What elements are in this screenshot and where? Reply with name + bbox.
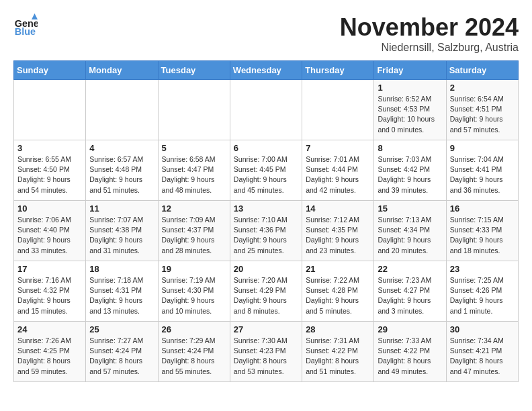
day-number: 3 [17, 143, 82, 153]
day-number: 17 [17, 264, 82, 274]
day-info: Sunrise: 7:25 AM Sunset: 4:26 PM Dayligh… [450, 275, 515, 316]
day-cell: 4Sunrise: 6:57 AM Sunset: 4:48 PM Daylig… [86, 140, 158, 201]
day-cell: 6Sunrise: 7:00 AM Sunset: 4:45 PM Daylig… [230, 140, 302, 201]
location-subtitle: Niedernsill, Salzburg, Austria [340, 42, 519, 54]
month-title: November 2024 [340, 13, 519, 42]
day-info: Sunrise: 7:15 AM Sunset: 4:33 PM Dayligh… [450, 215, 515, 256]
day-info: Sunrise: 7:04 AM Sunset: 4:41 PM Dayligh… [450, 154, 515, 195]
day-cell: 25Sunrise: 7:27 AM Sunset: 4:24 PM Dayli… [86, 322, 158, 382]
day-cell: 16Sunrise: 7:15 AM Sunset: 4:33 PM Dayli… [446, 201, 518, 261]
calendar-header-row: SundayMondayTuesdayWednesdayThursdayFrid… [14, 61, 519, 80]
page-header: General Blue November 2024 Niedernsill, … [13, 13, 519, 54]
day-info: Sunrise: 7:31 AM Sunset: 4:22 PM Dayligh… [306, 336, 370, 377]
day-number: 30 [450, 324, 515, 334]
header-saturday: Saturday [446, 61, 518, 80]
day-info: Sunrise: 7:09 AM Sunset: 4:37 PM Dayligh… [162, 215, 226, 256]
day-info: Sunrise: 7:07 AM Sunset: 4:38 PM Dayligh… [89, 215, 154, 256]
day-cell: 19Sunrise: 7:19 AM Sunset: 4:30 PM Dayli… [158, 261, 230, 322]
day-info: Sunrise: 7:06 AM Sunset: 4:40 PM Dayligh… [17, 215, 82, 256]
day-info: Sunrise: 6:55 AM Sunset: 4:50 PM Dayligh… [17, 154, 82, 195]
week-row-5: 24Sunrise: 7:26 AM Sunset: 4:25 PM Dayli… [14, 322, 519, 382]
header-monday: Monday [86, 61, 158, 80]
day-number: 10 [17, 203, 82, 214]
header-thursday: Thursday [302, 61, 374, 80]
day-cell: 1Sunrise: 6:52 AM Sunset: 4:53 PM Daylig… [374, 80, 446, 140]
day-number: 6 [234, 143, 298, 153]
day-info: Sunrise: 7:00 AM Sunset: 4:45 PM Dayligh… [234, 154, 298, 195]
day-cell: 3Sunrise: 6:55 AM Sunset: 4:50 PM Daylig… [14, 140, 86, 201]
day-cell [86, 80, 158, 140]
header-sunday: Sunday [14, 61, 86, 80]
header-friday: Friday [374, 61, 446, 80]
day-info: Sunrise: 7:10 AM Sunset: 4:36 PM Dayligh… [234, 215, 298, 256]
day-cell: 13Sunrise: 7:10 AM Sunset: 4:36 PM Dayli… [230, 201, 302, 261]
day-info: Sunrise: 7:34 AM Sunset: 4:21 PM Dayligh… [450, 336, 515, 377]
day-cell: 11Sunrise: 7:07 AM Sunset: 4:38 PM Dayli… [86, 201, 158, 261]
day-cell [302, 80, 374, 140]
svg-text:Blue: Blue [15, 26, 36, 37]
day-cell: 17Sunrise: 7:16 AM Sunset: 4:32 PM Dayli… [14, 261, 86, 322]
day-info: Sunrise: 6:54 AM Sunset: 4:51 PM Dayligh… [450, 94, 515, 135]
day-cell: 20Sunrise: 7:20 AM Sunset: 4:29 PM Dayli… [230, 261, 302, 322]
day-info: Sunrise: 7:23 AM Sunset: 4:27 PM Dayligh… [378, 275, 442, 316]
day-info: Sunrise: 7:01 AM Sunset: 4:44 PM Dayligh… [306, 154, 370, 195]
day-cell [230, 80, 302, 140]
day-number: 7 [306, 143, 370, 153]
day-number: 27 [234, 324, 298, 334]
day-number: 1 [378, 83, 442, 93]
day-cell: 9Sunrise: 7:04 AM Sunset: 4:41 PM Daylig… [446, 140, 518, 201]
day-info: Sunrise: 6:52 AM Sunset: 4:53 PM Dayligh… [378, 94, 442, 135]
logo: General Blue [13, 13, 38, 38]
day-cell: 14Sunrise: 7:12 AM Sunset: 4:35 PM Dayli… [302, 201, 374, 261]
day-info: Sunrise: 7:12 AM Sunset: 4:35 PM Dayligh… [306, 215, 370, 256]
day-cell: 8Sunrise: 7:03 AM Sunset: 4:42 PM Daylig… [374, 140, 446, 201]
week-row-4: 17Sunrise: 7:16 AM Sunset: 4:32 PM Dayli… [14, 261, 519, 322]
day-number: 4 [89, 143, 154, 153]
day-number: 5 [162, 143, 226, 153]
day-info: Sunrise: 7:27 AM Sunset: 4:24 PM Dayligh… [89, 336, 154, 377]
day-number: 29 [378, 324, 442, 334]
day-cell: 28Sunrise: 7:31 AM Sunset: 4:22 PM Dayli… [302, 322, 374, 382]
day-info: Sunrise: 7:26 AM Sunset: 4:25 PM Dayligh… [17, 336, 82, 377]
day-number: 9 [450, 143, 515, 153]
day-number: 16 [450, 203, 515, 214]
day-info: Sunrise: 6:57 AM Sunset: 4:48 PM Dayligh… [89, 154, 154, 195]
day-cell: 15Sunrise: 7:13 AM Sunset: 4:34 PM Dayli… [374, 201, 446, 261]
day-number: 13 [234, 203, 298, 214]
day-cell: 24Sunrise: 7:26 AM Sunset: 4:25 PM Dayli… [14, 322, 86, 382]
day-number: 11 [89, 203, 154, 214]
title-block: November 2024 Niedernsill, Salzburg, Aus… [340, 13, 519, 54]
day-cell: 21Sunrise: 7:22 AM Sunset: 4:28 PM Dayli… [302, 261, 374, 322]
svg-marker-2 [32, 13, 38, 19]
day-cell: 26Sunrise: 7:29 AM Sunset: 4:24 PM Dayli… [158, 322, 230, 382]
week-row-1: 1Sunrise: 6:52 AM Sunset: 4:53 PM Daylig… [14, 80, 519, 140]
day-cell [14, 80, 86, 140]
header-tuesday: Tuesday [158, 61, 230, 80]
day-cell: 23Sunrise: 7:25 AM Sunset: 4:26 PM Dayli… [446, 261, 518, 322]
day-cell: 7Sunrise: 7:01 AM Sunset: 4:44 PM Daylig… [302, 140, 374, 201]
day-number: 14 [306, 203, 370, 214]
day-cell: 5Sunrise: 6:58 AM Sunset: 4:47 PM Daylig… [158, 140, 230, 201]
day-number: 18 [89, 264, 154, 274]
day-number: 22 [378, 264, 442, 274]
day-number: 26 [162, 324, 226, 334]
day-number: 28 [306, 324, 370, 334]
day-info: Sunrise: 7:19 AM Sunset: 4:30 PM Dayligh… [162, 275, 226, 316]
day-number: 8 [378, 143, 442, 153]
day-cell: 30Sunrise: 7:34 AM Sunset: 4:21 PM Dayli… [446, 322, 518, 382]
day-info: Sunrise: 7:13 AM Sunset: 4:34 PM Dayligh… [378, 215, 442, 256]
day-info: Sunrise: 7:18 AM Sunset: 4:31 PM Dayligh… [89, 275, 154, 316]
day-number: 24 [17, 324, 82, 334]
day-info: Sunrise: 7:20 AM Sunset: 4:29 PM Dayligh… [234, 275, 298, 316]
day-cell: 2Sunrise: 6:54 AM Sunset: 4:51 PM Daylig… [446, 80, 518, 140]
day-number: 21 [306, 264, 370, 274]
day-cell: 12Sunrise: 7:09 AM Sunset: 4:37 PM Dayli… [158, 201, 230, 261]
day-number: 25 [89, 324, 154, 334]
day-cell: 27Sunrise: 7:30 AM Sunset: 4:23 PM Dayli… [230, 322, 302, 382]
day-number: 15 [378, 203, 442, 214]
day-info: Sunrise: 7:33 AM Sunset: 4:22 PM Dayligh… [378, 336, 442, 377]
header-wednesday: Wednesday [230, 61, 302, 80]
day-cell [158, 80, 230, 140]
day-cell: 22Sunrise: 7:23 AM Sunset: 4:27 PM Dayli… [374, 261, 446, 322]
day-info: Sunrise: 7:22 AM Sunset: 4:28 PM Dayligh… [306, 275, 370, 316]
